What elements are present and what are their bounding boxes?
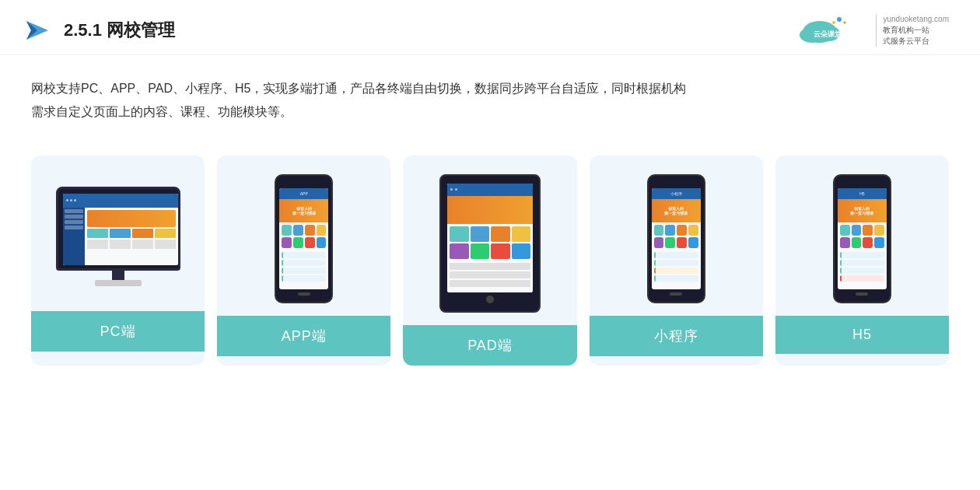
pc-monitor-illustration (56, 187, 180, 286)
svg-point-7 (844, 22, 846, 24)
card-pad-label: PAD端 (403, 325, 576, 366)
arrow-icon (23, 16, 51, 44)
card-app: APP 创造人的第一堂习惯课 (217, 156, 390, 366)
description-line1: 网校支持PC、APP、PAD、小程序、H5，实现多端打通，产品各终端自由切换，数… (31, 77, 949, 100)
logo-area: 云朵课堂 yunduoketang.com 教育机构一站 式服务云平台 (796, 14, 949, 47)
cards-container: PC端 APP 创造人的第一堂习惯课 (0, 140, 980, 381)
description-line2: 需求自定义页面上的内容、课程、功能模块等。 (31, 100, 949, 124)
card-mini: 小程序 创造人的第一堂习惯课 (590, 156, 763, 366)
card-mini-image: 小程序 创造人的第一堂习惯课 (590, 156, 763, 316)
cloud-logo-icon: 云朵课堂 (796, 15, 866, 46)
page-title: 2.5.1 网校管理 (64, 19, 175, 42)
svg-point-6 (837, 17, 842, 22)
svg-point-5 (832, 21, 835, 24)
header-left: 2.5.1 网校管理 (23, 16, 175, 44)
logo-tagline: yunduoketang.com 教育机构一站 式服务云平台 (876, 14, 949, 47)
description-section: 网校支持PC、APP、PAD、小程序、H5，实现多端打通，产品各终端自由切换，数… (0, 55, 980, 132)
page: 2.5.1 网校管理 云朵课堂 (0, 0, 980, 490)
phone-app-illustration: APP 创造人的第一堂习惯课 (275, 174, 333, 303)
card-mini-label: 小程序 (590, 316, 763, 356)
card-h5-image: H5 创造人的第一堂习惯课 (775, 156, 949, 316)
header: 2.5.1 网校管理 云朵课堂 (0, 0, 980, 55)
card-h5-label: H5 (775, 316, 949, 354)
card-pad: PAD端 (403, 156, 576, 366)
svg-text:云朵课堂: 云朵课堂 (814, 30, 842, 38)
phone-mini-illustration: 小程序 创造人的第一堂习惯课 (647, 174, 705, 303)
card-h5: H5 创造人的第一堂习惯课 (775, 156, 949, 366)
card-app-image: APP 创造人的第一堂习惯课 (217, 156, 390, 316)
card-pad-image (403, 156, 576, 325)
card-pc-image (31, 156, 205, 311)
logo-brand: 云朵课堂 (796, 15, 866, 46)
card-pc-label: PC端 (31, 311, 205, 352)
card-pc: PC端 (31, 156, 205, 366)
tablet-illustration (439, 174, 541, 313)
card-app-label: APP端 (217, 316, 390, 356)
phone-h5-illustration: H5 创造人的第一堂习惯课 (833, 174, 891, 303)
